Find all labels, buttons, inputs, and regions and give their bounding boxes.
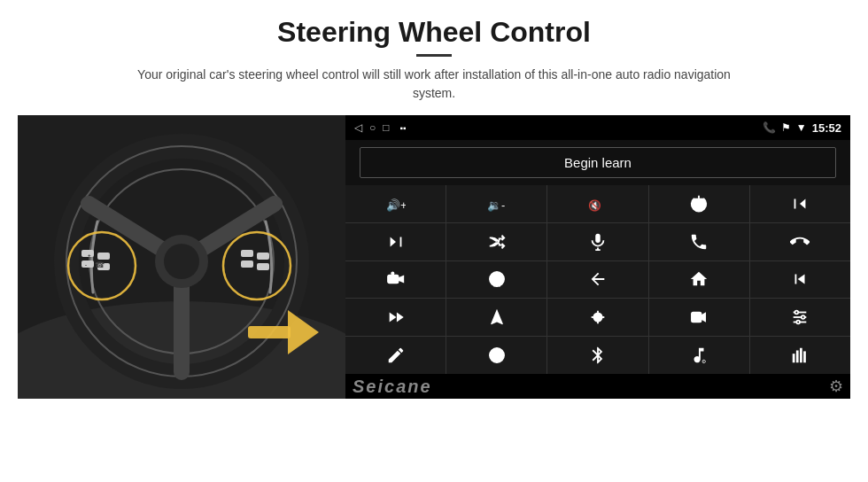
svg-text:360°: 360° [493, 284, 502, 289]
svg-rect-55 [804, 351, 807, 362]
svg-text:☎: ☎ [95, 260, 105, 269]
svg-text:🔉-: 🔉- [487, 198, 505, 212]
vol-down-button[interactable]: 🔉- [446, 185, 546, 222]
svg-rect-22 [257, 263, 269, 270]
home-nav-icon[interactable]: ○ [369, 121, 376, 134]
begin-learn-button[interactable]: Begin learn [360, 147, 836, 178]
svg-point-9 [164, 244, 199, 279]
svg-point-34 [593, 314, 601, 322]
music-settings-button[interactable]: ⚙ [649, 337, 749, 374]
svg-text:🔊+: 🔊+ [386, 198, 406, 212]
status-right: 📞 ⚑ ▼ 15:52 [763, 121, 841, 135]
svg-rect-24 [248, 326, 291, 338]
svg-text:⚙: ⚙ [701, 358, 706, 364]
recents-nav-icon[interactable]: □ [383, 121, 389, 134]
phone-status-icon: 📞 [763, 121, 776, 134]
page-wrapper: Steering Wheel Control Your original car… [0, 0, 868, 482]
seicane-row: Seicane ⚙ [345, 374, 850, 399]
clock: 15:52 [812, 121, 841, 135]
svg-text:+: + [88, 253, 91, 258]
view360-button[interactable] [446, 337, 546, 374]
steering-wheel-image: + - ☎ [18, 115, 345, 399]
svg-rect-13 [81, 260, 94, 268]
svg-rect-28 [595, 234, 601, 243]
power-button[interactable] [649, 185, 749, 222]
phone-button[interactable] [649, 223, 749, 260]
svg-rect-54 [800, 348, 802, 363]
status-left: ◁ ○ □ ▪▪ [354, 121, 407, 134]
prev-track-phone-button[interactable] [750, 185, 850, 222]
svg-rect-19 [241, 250, 253, 257]
speaker-cam-button[interactable] [345, 261, 446, 299]
svg-rect-53 [796, 351, 799, 363]
location-icon: ⚑ [781, 121, 791, 134]
vol-up-button[interactable]: 🔊+ [345, 185, 446, 222]
svg-rect-40 [694, 315, 696, 321]
pen-button[interactable] [345, 337, 446, 374]
fast-fwd-button[interactable] [345, 299, 446, 336]
svg-rect-20 [241, 260, 253, 268]
back-nav-icon[interactable]: ◁ [354, 121, 362, 134]
shuffle-button[interactable] [446, 223, 546, 260]
record-button[interactable] [649, 299, 749, 336]
next-button[interactable] [345, 223, 446, 260]
svg-rect-39 [692, 313, 701, 323]
svg-point-48 [494, 353, 500, 358]
status-bar: ◁ ○ □ ▪▪ 📞 ⚑ ▼ 15:52 [345, 115, 850, 140]
svg-text:-: - [85, 262, 87, 268]
signal-icon: ▪▪ [400, 123, 407, 133]
svg-marker-30 [398, 276, 403, 284]
svg-rect-52 [793, 354, 795, 362]
android-panel: ◁ ○ □ ▪▪ 📞 ⚑ ▼ 15:52 Begin learn [345, 115, 850, 399]
equalizer-bars-button[interactable] [750, 337, 850, 374]
bluetooth-button[interactable] [547, 337, 647, 374]
page-title: Steering Wheel Control [277, 16, 591, 49]
svg-rect-29 [387, 276, 398, 284]
svg-text:🔇: 🔇 [588, 198, 601, 211]
wifi-icon: ▼ [796, 121, 807, 134]
hang-up-button[interactable] [750, 223, 850, 260]
svg-point-46 [797, 321, 801, 324]
gear-settings-icon[interactable]: ⚙ [829, 377, 843, 396]
svg-point-44 [795, 311, 799, 315]
title-divider [416, 54, 452, 57]
camera360-button[interactable]: 360° [446, 261, 546, 299]
begin-learn-row: Begin learn [345, 140, 850, 185]
prev-chapter-button[interactable] [750, 261, 850, 299]
mute-button[interactable]: 🔇 [547, 185, 647, 222]
content-row: + - ☎ ◁ ○ □ ▪▪ [18, 115, 850, 399]
svg-point-45 [802, 315, 805, 319]
eq-button[interactable] [547, 299, 647, 336]
svg-point-31 [391, 273, 394, 276]
svg-rect-21 [257, 253, 269, 260]
back-button[interactable] [547, 261, 647, 299]
home-button[interactable] [649, 261, 749, 299]
settings-eq-button[interactable] [750, 299, 850, 336]
svg-rect-14 [97, 253, 110, 260]
mic-button[interactable] [547, 223, 647, 260]
subtitle: Your original car's steering wheel contr… [124, 66, 744, 103]
navigate-button[interactable] [446, 299, 546, 336]
controls-grid: 🔊+ 🔉- 🔇 [345, 185, 850, 374]
seicane-watermark: Seicane [353, 377, 432, 397]
